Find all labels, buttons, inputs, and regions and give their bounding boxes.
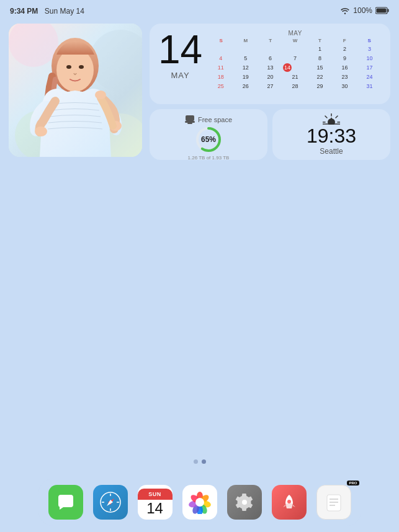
cal-header-tue: T: [258, 38, 283, 43]
cal-cell: 3: [357, 45, 382, 53]
dock-app-photos[interactable]: [182, 485, 217, 520]
cal-cell: 7: [283, 54, 307, 63]
cal-header-sun: S: [208, 38, 233, 43]
svg-point-43: [195, 498, 204, 507]
cal-cell: 24: [357, 73, 382, 81]
cal-cell: 10: [357, 54, 382, 63]
svg-point-44: [287, 500, 291, 503]
calendar-year: MAY: [208, 30, 382, 37]
current-city: Seattle: [320, 147, 343, 156]
cal-cell: [233, 45, 258, 53]
right-widgets-column: 14 MAY MAY S M T W T F S: [150, 24, 390, 160]
cal-cell: 16: [333, 63, 357, 72]
cal-cell: 19: [233, 73, 258, 81]
cal-cell: 21: [283, 73, 307, 81]
dock-app-rocket[interactable]: PRO: [272, 485, 307, 520]
svg-point-10: [66, 65, 71, 69]
cal-cell: 2: [333, 45, 357, 53]
cal-cell: [258, 45, 282, 53]
cal-cell: 30: [333, 82, 357, 91]
rocket-icon: [279, 492, 299, 512]
svg-rect-1: [388, 9, 389, 12]
cal-cell: 17: [357, 63, 382, 72]
status-indicators: 100%: [340, 6, 389, 15]
messages-icon: [56, 492, 76, 512]
cal-cell: 1: [308, 45, 332, 53]
battery-percent: 100%: [353, 6, 372, 15]
svg-rect-17: [185, 121, 195, 123]
calendar-grid: MAY S M T W T F S 1 2: [208, 30, 382, 91]
settings-icon: [234, 492, 255, 513]
cal-cell: 25: [208, 82, 233, 91]
dock-calendar-day-num: 14: [146, 500, 163, 518]
cal-cell: 13: [258, 63, 282, 72]
dock-app-safari[interactable]: [93, 485, 128, 520]
page-dot-1: [194, 459, 198, 464]
dock-app-notes[interactable]: [316, 485, 351, 520]
cal-cell: 8: [308, 54, 332, 63]
cal-cell: 9: [333, 54, 357, 63]
status-time: 9:34 PM: [10, 7, 38, 16]
calendar-month: MAY: [171, 71, 189, 80]
cal-cell: 12: [233, 63, 258, 72]
battery-icon: [375, 7, 389, 14]
cal-cell: 22: [308, 73, 332, 81]
app-dock: SUN 14: [38, 479, 361, 526]
time-weather-widget[interactable]: 19:33 Seattle: [272, 109, 390, 160]
dock-calendar-day-label: SUN: [148, 491, 161, 497]
cal-cell: [283, 45, 307, 53]
page-dot-2: [202, 459, 206, 464]
cal-header-mon: M: [233, 38, 258, 43]
photos-icon: [188, 490, 212, 514]
notes-icon: [324, 492, 344, 512]
cal-cell-today: 14: [283, 63, 292, 72]
status-bar: 9:34 PM Sun May 14 100%: [0, 0, 399, 17]
sunrise-svg: [323, 113, 340, 125]
storage-widget[interactable]: Free space 65% 1.26 TB of 1.93 TB: [150, 109, 267, 160]
sunrise-icon: [323, 113, 340, 125]
cal-header-sat: S: [357, 38, 382, 43]
storage-circle: 65%: [193, 124, 224, 155]
cal-cell: 11: [208, 63, 233, 72]
cal-cell: 15: [308, 63, 332, 72]
svg-rect-18: [187, 123, 192, 124]
storage-icon: [185, 115, 195, 124]
svg-line-24: [336, 116, 338, 118]
cal-cell: 5: [233, 54, 258, 63]
svg-point-15: [95, 91, 106, 99]
cal-cell: 6: [258, 54, 282, 63]
cal-cell: 28: [283, 82, 307, 91]
cal-header-thu: T: [308, 38, 333, 43]
storage-label: Free space: [198, 116, 232, 123]
cal-cell: 29: [308, 82, 332, 91]
storage-percent: 65%: [201, 135, 216, 144]
person-figure: [9, 24, 142, 157]
cal-cell: 26: [233, 82, 258, 91]
dock-app-messages[interactable]: [48, 485, 83, 520]
calendar-header-row: S M T W T F S: [208, 38, 382, 43]
cal-cell: 27: [258, 82, 282, 91]
widgets-area: 14 MAY MAY S M T W T F S: [0, 17, 399, 160]
svg-point-9: [56, 48, 94, 92]
cal-cell: 20: [258, 73, 282, 81]
svg-point-13: [35, 126, 47, 136]
calendar-widget[interactable]: 14 MAY MAY S M T W T F S: [150, 24, 390, 104]
svg-rect-45: [327, 495, 341, 511]
svg-line-23: [325, 116, 327, 118]
photo-widget[interactable]: [9, 24, 142, 157]
calendar-body: 1 2 3 4 5 6 7 8 9 10 11 12 13 14 15: [208, 45, 382, 91]
bottom-widgets-row: Free space 65% 1.26 TB of 1.93 TB: [150, 109, 390, 160]
current-time: 19:33: [307, 126, 356, 146]
calendar-day-number: 14: [158, 30, 202, 69]
calendar-date-section: 14 MAY: [158, 30, 202, 80]
safari-icon: [99, 491, 122, 513]
cal-cell: [208, 45, 233, 53]
status-time-date: 9:34 PM Sun May 14: [10, 5, 84, 16]
storage-sub: 1.26 TB of 1.93 TB: [188, 155, 230, 161]
wifi-icon: [340, 7, 350, 14]
cal-header-wed: W: [283, 38, 308, 43]
cal-cell: 23: [333, 73, 357, 81]
dock-app-calendar[interactable]: SUN 14: [138, 485, 173, 520]
dock-app-settings[interactable]: [227, 485, 262, 520]
svg-rect-2: [377, 9, 387, 13]
